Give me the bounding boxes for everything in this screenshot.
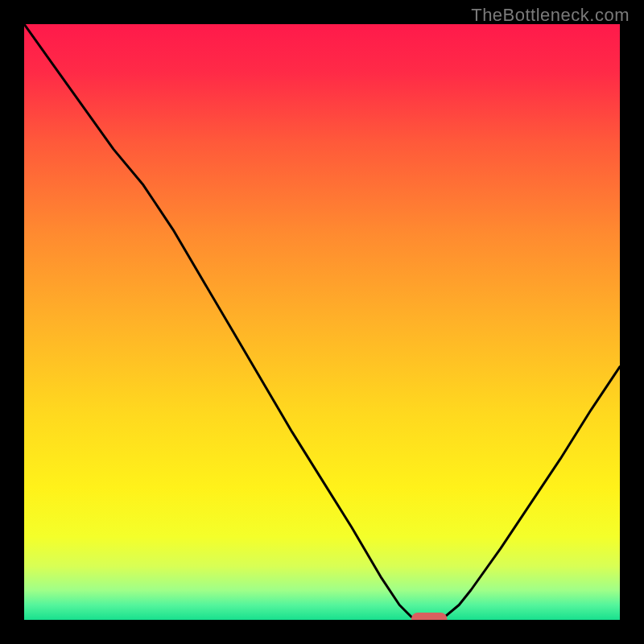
watermark-text: TheBottleneck.com	[471, 5, 630, 26]
gradient-background	[24, 24, 620, 620]
chart-frame: TheBottleneck.com	[0, 0, 644, 644]
plot-area	[24, 24, 620, 620]
chart-svg	[24, 24, 620, 620]
minimum-marker	[411, 613, 447, 620]
